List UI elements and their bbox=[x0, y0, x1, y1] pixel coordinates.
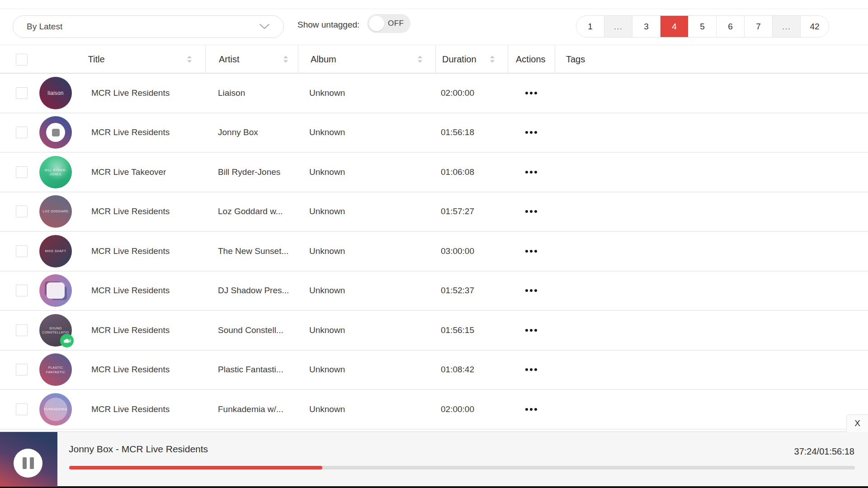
row-actions-button[interactable] bbox=[525, 131, 537, 134]
table-row: funkademia MCR Live Residents Funkademia… bbox=[0, 390, 868, 430]
progress-fill bbox=[69, 466, 322, 469]
track-album: Unknown bbox=[309, 404, 345, 414]
table-row: MCR Live Residents DJ Shadow Pres... Unk… bbox=[0, 272, 868, 311]
toggle-state-label: OFF bbox=[388, 19, 404, 28]
table-header: Title Artist Album Duration Actions Tags bbox=[0, 45, 868, 74]
track-album: Unknown bbox=[309, 325, 345, 335]
track-artwork[interactable]: LOZ GODDARD bbox=[39, 195, 72, 228]
pause-icon bbox=[30, 457, 34, 469]
page-button-3[interactable]: 3 bbox=[632, 16, 660, 37]
toggle-knob bbox=[369, 16, 384, 31]
track-artwork[interactable] bbox=[39, 116, 72, 149]
track-duration: 02:00:00 bbox=[441, 88, 474, 98]
page-button-1[interactable]: 1 bbox=[576, 16, 604, 37]
column-header-artist[interactable]: Artist bbox=[219, 54, 240, 64]
track-tags bbox=[555, 232, 868, 271]
row-checkbox[interactable] bbox=[16, 87, 28, 99]
table-row: MIKE SHAFT MCR Live Residents The New Su… bbox=[0, 232, 868, 272]
track-title: MCR Live Residents bbox=[91, 325, 170, 335]
page-button-5[interactable]: 5 bbox=[689, 16, 717, 37]
row-actions-button[interactable] bbox=[525, 210, 537, 213]
track-tags bbox=[555, 192, 868, 231]
track-title: MCR Live Takeover bbox=[91, 167, 166, 177]
track-artwork[interactable]: BILL RYDER-JONES bbox=[39, 156, 72, 188]
track-album: Unknown bbox=[309, 88, 345, 98]
artwork-label: MIKE SHAFT bbox=[42, 249, 70, 253]
track-artist: Sound Constell... bbox=[218, 325, 283, 335]
chevron-down-icon bbox=[259, 22, 270, 32]
soundcloud-badge-icon bbox=[60, 334, 74, 347]
column-header-tags: Tags bbox=[566, 54, 585, 64]
row-actions-button[interactable] bbox=[525, 92, 537, 94]
select-all-checkbox[interactable] bbox=[16, 54, 28, 66]
column-header-duration[interactable]: Duration bbox=[442, 54, 476, 64]
row-checkbox[interactable] bbox=[16, 127, 28, 138]
artwork-label: PLASTIC FANTASTIC bbox=[42, 366, 70, 374]
track-artwork[interactable] bbox=[39, 274, 72, 307]
column-header-album[interactable]: Album bbox=[311, 54, 336, 64]
page-button-4[interactable]: 4 bbox=[660, 16, 689, 37]
player-artwork bbox=[0, 432, 57, 487]
row-actions-button[interactable] bbox=[525, 171, 537, 174]
track-artist: Liaison bbox=[218, 88, 245, 98]
track-artwork[interactable]: SOUND CONSTELLATIO bbox=[39, 314, 72, 347]
row-actions-button[interactable] bbox=[525, 289, 537, 292]
progress-bar[interactable] bbox=[69, 466, 855, 469]
track-title: MCR Live Residents bbox=[91, 127, 170, 137]
page-button-7[interactable]: 7 bbox=[745, 16, 773, 37]
track-artwork[interactable]: MIKE SHAFT bbox=[39, 235, 72, 267]
sort-album-icon[interactable] bbox=[417, 55, 423, 63]
header-divider bbox=[435, 45, 436, 73]
track-tags bbox=[555, 74, 868, 113]
artwork-label: SOUND CONSTELLATIO bbox=[42, 326, 70, 334]
column-header-title[interactable]: Title bbox=[88, 54, 104, 64]
track-artist: DJ Shadow Pres... bbox=[218, 286, 289, 296]
header-divider bbox=[298, 45, 298, 73]
track-duration: 01:52:37 bbox=[441, 286, 474, 296]
track-duration: 01:06:08 bbox=[441, 167, 474, 177]
track-artwork[interactable]: PLASTIC FANTASTIC bbox=[39, 353, 72, 386]
track-artist: Loz Goddard w... bbox=[218, 206, 283, 216]
row-actions-button[interactable] bbox=[525, 329, 537, 332]
artwork-label: LOZ GODDARD bbox=[42, 210, 70, 214]
pagination: 1...34567...42 bbox=[576, 15, 829, 38]
pause-button[interactable] bbox=[14, 449, 42, 478]
track-title: MCR Live Residents bbox=[91, 246, 170, 256]
track-title: MCR Live Residents bbox=[91, 286, 170, 296]
track-duration: 01:56:15 bbox=[441, 325, 474, 335]
track-artwork[interactable]: funkademia bbox=[39, 393, 72, 426]
row-actions-button[interactable] bbox=[525, 408, 537, 411]
row-checkbox[interactable] bbox=[16, 404, 28, 415]
now-playing-title: Jonny Box - MCR Live Residents bbox=[69, 444, 208, 455]
track-duration: 02:00:00 bbox=[441, 404, 474, 414]
header-divider bbox=[205, 45, 206, 73]
row-checkbox[interactable] bbox=[16, 245, 28, 257]
sort-title-icon[interactable] bbox=[186, 55, 193, 63]
artwork-label: liaison bbox=[42, 89, 70, 97]
track-artwork[interactable]: liaison bbox=[39, 77, 72, 109]
table-row: liaison MCR Live Residents Liaison Unkno… bbox=[0, 74, 868, 113]
header-divider bbox=[508, 45, 508, 73]
row-checkbox[interactable] bbox=[16, 206, 28, 217]
track-table-body: liaison MCR Live Residents Liaison Unkno… bbox=[0, 74, 868, 430]
row-checkbox[interactable] bbox=[16, 324, 28, 336]
row-actions-button[interactable] bbox=[525, 250, 537, 253]
header-divider bbox=[555, 45, 555, 73]
row-actions-button[interactable] bbox=[525, 368, 537, 371]
row-checkbox[interactable] bbox=[16, 285, 28, 296]
stop-icon[interactable] bbox=[46, 123, 65, 142]
row-checkbox[interactable] bbox=[16, 166, 28, 178]
player-close-button[interactable]: X bbox=[846, 414, 868, 432]
sort-artist-icon[interactable] bbox=[283, 55, 289, 63]
sort-dropdown[interactable]: By Latest bbox=[13, 15, 284, 38]
sort-dropdown-value: By Latest bbox=[27, 22, 62, 32]
track-tags bbox=[555, 153, 868, 192]
track-album: Unknown bbox=[309, 286, 345, 296]
row-checkbox[interactable] bbox=[16, 364, 28, 375]
page-button-42[interactable]: 42 bbox=[801, 16, 829, 37]
sort-duration-icon[interactable] bbox=[489, 55, 495, 63]
page-button-6[interactable]: 6 bbox=[717, 16, 745, 37]
track-manager-app: By Latest Show untagged: OFF 1...34567..… bbox=[0, 0, 868, 488]
show-untagged-toggle[interactable]: OFF bbox=[367, 14, 410, 33]
artwork-inner-disc bbox=[44, 398, 67, 421]
